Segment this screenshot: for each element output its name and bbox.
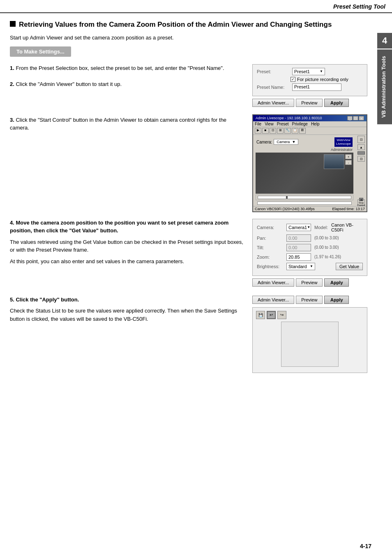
steps-1-2-row: 1. From the Preset Selection box, select…: [10, 64, 367, 109]
toolbar-btn-6[interactable]: 📋: [292, 128, 298, 134]
aw-slider2-area: [256, 201, 353, 206]
aw-status-bar: Canon VBC50Fi (320×240) 30.49fps Elapsed…: [253, 206, 367, 211]
toolbar-btn-4[interactable]: ⊞: [277, 128, 284, 134]
make-settings-label: To Make Settings...: [10, 46, 71, 57]
aw-titlebar: Admin Livescope - 192.168.100.1:80310 _ …: [253, 115, 367, 121]
panel-icon-save[interactable]: 💾: [256, 311, 265, 319]
preset-name-input[interactable]: Preset1: [292, 83, 341, 91]
step-5-para: Check the Status List to be sure the val…: [10, 307, 246, 323]
section-intro: Start up Admin Viewer and set the camera…: [10, 35, 367, 41]
preset-panel: Preset: Preset1 ▼ ✓ For picture recordin…: [252, 64, 367, 96]
camera-label: Camera:: [257, 225, 285, 230]
step-5-row: 5. Click the "Apply" button. Check the S…: [10, 296, 367, 373]
toolbar-btn-7[interactable]: 🖹: [299, 128, 306, 134]
camera-model-row: Camera: Camera1▼ Model: Canon VB-C50Fi: [257, 222, 363, 232]
stop-control-btn[interactable]: ⊠ StopControl: [357, 199, 365, 205]
menu-help[interactable]: Help: [311, 122, 320, 126]
aw-camera-select[interactable]: Camera▼: [274, 139, 298, 145]
camera-inset-image: [324, 154, 344, 169]
aw-slider2[interactable]: [257, 202, 352, 205]
close-button[interactable]: ×: [359, 116, 364, 120]
zoom-range: (1.97 to 41.26): [314, 255, 341, 259]
preview-button-1[interactable]: Preview: [296, 99, 323, 107]
aw-scroll-thumb[interactable]: [357, 151, 365, 155]
model-value: Canon VB-C50Fi: [331, 222, 363, 232]
panel-icon-undo[interactable]: ↩: [267, 311, 276, 319]
brightness-label: Brightness:: [257, 264, 285, 269]
header-title: Preset Setting Tool: [333, 3, 385, 10]
zoom-in-btn[interactable]: +: [345, 154, 352, 159]
preset-select[interactable]: Preset1 ▼: [292, 68, 325, 75]
menu-preset[interactable]: Preset: [277, 122, 289, 126]
aw-right-btn-3[interactable]: ⊡: [357, 156, 365, 162]
aw-main-col: Camera: Camera▼ WebViewLivescope Ad: [253, 135, 356, 206]
aw-toolbar: ▶ ■ ⊡ ⊞ 🔧 📋 🖹: [253, 127, 367, 135]
get-value-button[interactable]: Get Value: [336, 263, 363, 270]
aw-elapsed: Elapsed time: 13:17: [332, 207, 365, 211]
tilt-label: Tilt:: [257, 245, 285, 250]
bottom-panel: 💾 ↩ ↪: [252, 307, 367, 373]
camera-select[interactable]: Camera1▼: [286, 224, 311, 231]
pan-input: [286, 234, 311, 242]
apply-button-3[interactable]: Apply: [324, 296, 349, 304]
steps-container: 1. From the Preset Selection box, select…: [10, 64, 367, 380]
chapter-number: 4: [377, 33, 392, 49]
checkbox-label: For picture recording only: [297, 77, 348, 82]
step-4-text-area: 4. Move the camera zoom position to the …: [10, 219, 246, 289]
step-4-ui: Camera: Camera1▼ Model: Canon VB-C50Fi P…: [252, 219, 367, 289]
main-content: Retrieving Values from the Camera Zoom P…: [0, 13, 377, 389]
webview-label: WebViewLivescope: [334, 137, 353, 147]
title-square-icon: [10, 21, 16, 27]
step-3-row: 3. Click the "Start Control" button in t…: [10, 114, 367, 212]
step-3-text-area: 3. Click the "Start Control" button in t…: [10, 114, 246, 212]
panel-icon-redo[interactable]: ↪: [277, 311, 286, 319]
chapter-label: VB Administration Tools: [377, 49, 392, 124]
slider-handle: [286, 196, 288, 199]
preview-button-2[interactable]: Preview: [296, 278, 323, 287]
zoom-input[interactable]: [286, 253, 311, 261]
aw-slider-area: [256, 195, 353, 200]
step-5-text: 5. Click the "Apply" button.: [10, 296, 246, 304]
preview-frame: [281, 322, 339, 367]
aw-body: Camera: Camera▼ WebViewLivescope Ad: [253, 135, 367, 206]
maximize-button[interactable]: □: [353, 116, 358, 120]
zoom-label: Zoom:: [257, 255, 285, 259]
recording-only-checkbox[interactable]: ✓: [291, 77, 295, 82]
step-3-text: 3. Click the "Start Control" button in t…: [10, 116, 246, 132]
admin-viewer-button-2[interactable]: Admin Viewer...: [252, 278, 294, 287]
step-4-para1: The values retrieved using the Get Value…: [10, 238, 246, 254]
admin-viewer-button-3[interactable]: Admin Viewer...: [252, 296, 294, 304]
step-4-row: 4. Move the camera zoom position to the …: [10, 219, 367, 289]
step-2-text: 2. Click the "Admin Viewer" button to st…: [10, 80, 246, 88]
menu-file[interactable]: File: [255, 122, 261, 126]
cam-params-panel: Camera: Camera1▼ Model: Canon VB-C50Fi P…: [252, 219, 367, 276]
brightness-select[interactable]: Standard▼: [286, 263, 315, 270]
tilt-row: Tilt: (0.00 to 3.00): [257, 244, 363, 251]
toolbar-btn-3[interactable]: ⊡: [270, 128, 276, 134]
preview-button-3[interactable]: Preview: [296, 296, 323, 304]
aw-right-btn-2[interactable]: ▲: [357, 144, 365, 150]
pan-row: Pan: (0.00 to 3.00): [257, 234, 363, 242]
aw-slider[interactable]: [258, 196, 351, 199]
menu-view[interactable]: View: [265, 122, 274, 126]
admin-viewer-button-1[interactable]: Admin Viewer...: [252, 99, 294, 107]
aw-right-panel: ⊡ ▲ ⊡ ⊠ StopControl: [356, 135, 367, 206]
menu-privilege[interactable]: Privilege: [292, 122, 308, 126]
preset-name-label: Preset Name:: [257, 85, 290, 90]
apply-button-2[interactable]: Apply: [324, 278, 349, 287]
toolbar-btn-5[interactable]: 🔧: [284, 128, 291, 134]
step-5-text-area: 5. Click the "Apply" button. Check the S…: [10, 296, 246, 373]
step-2: 2. Click the "Admin Viewer" button to st…: [10, 80, 246, 88]
zoom-out-btn[interactable]: -: [345, 160, 352, 165]
toolbar-btn-2[interactable]: ■: [262, 128, 269, 134]
brightness-row: Brightness: Standard▼ Get Value: [257, 263, 363, 270]
panel-icons-row: 💾 ↩ ↪: [256, 311, 364, 319]
preset-row: Preset: Preset1 ▼: [257, 68, 363, 75]
apply-button-1[interactable]: Apply: [324, 99, 349, 107]
aw-window-controls: _ □ ×: [347, 116, 364, 120]
steps-1-2-text: 1. From the Preset Selection box, select…: [10, 64, 246, 109]
aw-right-btn-1[interactable]: ⊡: [357, 136, 365, 143]
minimize-button[interactable]: _: [347, 116, 353, 120]
toolbar-btn-1[interactable]: ▶: [255, 128, 261, 134]
tilt-range: (0.00 to 3.00): [314, 245, 339, 250]
